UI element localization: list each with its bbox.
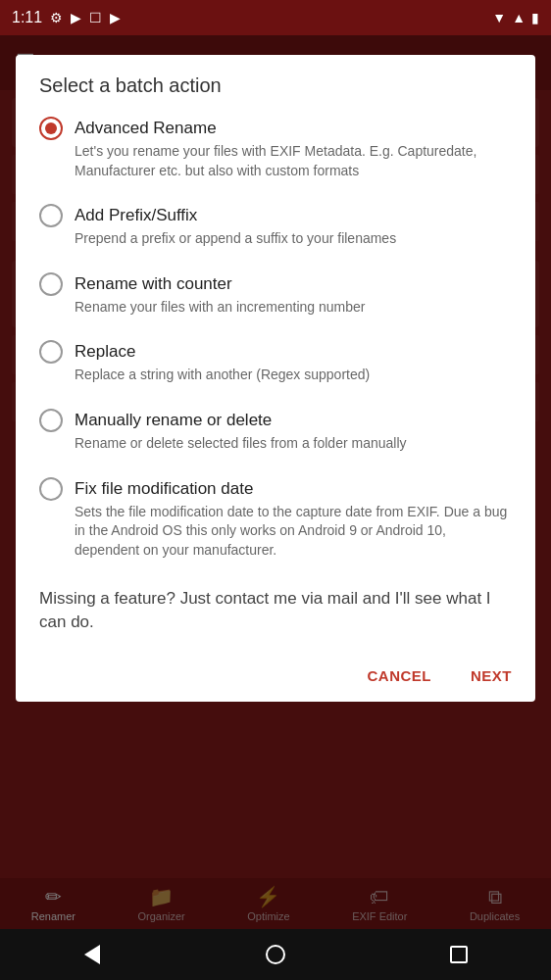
option-add-prefix-suffix[interactable]: Add Prefix/Suffix Prepend a prefix or ap… (39, 196, 512, 265)
back-button[interactable] (75, 937, 110, 972)
cancel-button[interactable]: CANCEL (351, 658, 447, 694)
play-icon: ▶ (110, 10, 121, 25)
dialog-content[interactable]: Advanced Rename Let's you rename your fi… (16, 109, 535, 650)
fix-modification-date-desc: Sets the file modification date to the c… (75, 503, 512, 568)
batch-action-dialog: Select a batch action Advanced Rename Le… (16, 55, 535, 702)
signal-icon: ▲ (512, 10, 526, 25)
manually-rename-label[interactable]: Manually rename or delete (39, 409, 512, 432)
add-prefix-suffix-radio[interactable] (39, 204, 63, 227)
dialog-title: Select a batch action (16, 55, 535, 109)
advanced-rename-label[interactable]: Advanced Rename (39, 117, 512, 140)
settings-icon: ⚙ (50, 10, 63, 25)
home-button[interactable] (258, 937, 293, 972)
advanced-rename-text: Advanced Rename (75, 119, 217, 138)
home-icon (266, 945, 285, 964)
add-prefix-suffix-label[interactable]: Add Prefix/Suffix (39, 204, 512, 227)
wifi-icon: ▼ (492, 10, 506, 25)
clipboard-icon: ☐ (89, 10, 102, 25)
replace-desc: Replace a string with another (Regex sup… (75, 366, 512, 393)
dialog-actions: CANCEL NEXT (16, 650, 535, 702)
option-manually-rename[interactable]: Manually rename or delete Rename or dele… (39, 401, 512, 469)
replace-text: Replace (75, 342, 135, 362)
add-prefix-suffix-text: Add Prefix/Suffix (75, 206, 197, 225)
fix-modification-date-label[interactable]: Fix file modification date (39, 477, 512, 501)
replace-radio[interactable] (39, 340, 63, 364)
manually-rename-radio[interactable] (39, 409, 63, 432)
rename-with-counter-text: Rename with counter (75, 274, 232, 294)
replace-label[interactable]: Replace (39, 340, 512, 364)
option-advanced-rename[interactable]: Advanced Rename Let's you rename your fi… (39, 109, 512, 196)
recents-button[interactable] (441, 937, 476, 972)
battery-icon: ▮ (531, 10, 539, 25)
system-nav-bar (0, 929, 551, 980)
option-replace[interactable]: Replace Replace a string with another (R… (39, 332, 512, 401)
option-fix-modification-date[interactable]: Fix file modification date Sets the file… (39, 469, 512, 576)
option-rename-with-counter[interactable]: Rename with counter Rename your files wi… (39, 265, 512, 333)
manually-rename-desc: Rename or delete selected files from a f… (75, 434, 512, 462)
advanced-rename-radio[interactable] (39, 117, 63, 140)
fix-modification-date-text: Fix file modification date (75, 479, 253, 499)
rename-with-counter-label[interactable]: Rename with counter (39, 272, 512, 296)
recents-icon (450, 946, 468, 963)
advanced-rename-desc: Let's you rename your files with EXIF Me… (75, 142, 512, 188)
rename-with-counter-desc: Rename your files with an incrementing n… (75, 298, 512, 325)
status-time: 1:11 (12, 9, 42, 26)
status-bar: 1:11 ⚙ ▶ ☐ ▶ ▼ ▲ ▮ (0, 0, 551, 35)
manually-rename-text: Manually rename or delete (75, 411, 272, 430)
back-icon (84, 945, 100, 964)
add-prefix-suffix-desc: Prepend a prefix or append a suffix to y… (75, 229, 512, 257)
shield-icon: ▶ (71, 10, 81, 25)
fix-modification-date-radio[interactable] (39, 477, 63, 501)
rename-with-counter-radio[interactable] (39, 272, 63, 296)
next-button[interactable]: NEXT (455, 658, 527, 694)
missing-feature-text: Missing a feature? Just contact me via m… (39, 575, 512, 650)
